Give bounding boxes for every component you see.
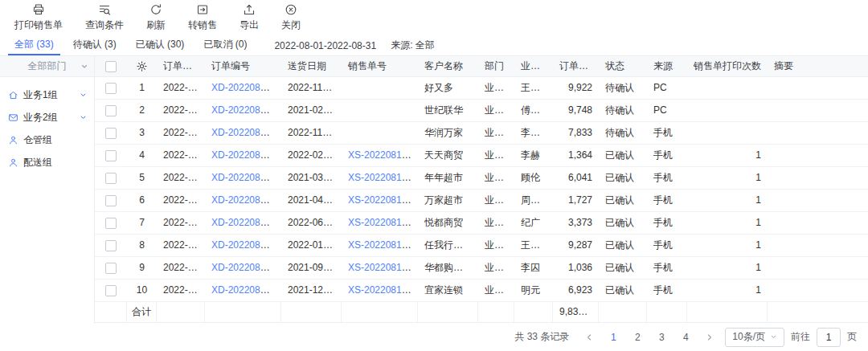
order-no-link[interactable]: XD-20220816-000017 bbox=[211, 104, 281, 116]
sales-no-link[interactable]: XS-20220816-000011 bbox=[348, 239, 418, 251]
col-print-count[interactable]: 销售单打印次数 bbox=[687, 56, 768, 76]
cell-delivery-date: 2022-11-01 bbox=[281, 122, 342, 144]
row-checkbox[interactable] bbox=[105, 195, 117, 206]
order-no-link[interactable]: XD-20220816-000013 bbox=[211, 194, 281, 206]
table-row[interactable]: 8 2022-08-09 XD-20220816-000011 2022-01-… bbox=[95, 235, 868, 257]
order-no-link[interactable]: XD-20220816-000018 bbox=[211, 82, 281, 93]
col-sales-no[interactable]: 销售单号 bbox=[342, 56, 418, 76]
content-area: 全部部门 业务1组 业务2组 仓管组 配送组 bbox=[0, 56, 868, 323]
cell-sales-no: XS-20220816-000011 bbox=[342, 235, 418, 256]
column-settings-gear-icon[interactable] bbox=[136, 60, 148, 72]
row-checkbox[interactable] bbox=[105, 150, 117, 161]
table-row[interactable]: 2 2022-08-15 XD-20220816-000017 2021-02-… bbox=[95, 100, 868, 122]
cell-delivery-date: 2021-03-12 bbox=[281, 167, 342, 189]
row-checkbox[interactable] bbox=[105, 128, 117, 139]
sales-no-link[interactable]: XS-20220816-000010 bbox=[348, 262, 418, 273]
sales-no-link[interactable]: XS-20220816-000009 bbox=[348, 284, 418, 296]
row-index: 8 bbox=[127, 235, 157, 256]
table-row[interactable]: 1 2022-08-16 XD-20220816-000018 2022-11-… bbox=[95, 77, 868, 100]
order-no-link[interactable]: XD-20220816-000016 bbox=[211, 127, 281, 138]
cell-salesman: 李赫 bbox=[514, 145, 553, 166]
goto-page-input[interactable] bbox=[817, 328, 841, 347]
col-customer[interactable]: 客户名称 bbox=[418, 56, 478, 76]
order-no-link[interactable]: XD-20220816-000012 bbox=[211, 217, 281, 228]
table-row[interactable]: 7 2022-08-10 XD-20220816-000012 2022-06-… bbox=[95, 212, 868, 235]
order-no-link[interactable]: XD-20220816-000009 bbox=[211, 284, 281, 296]
page-size-select[interactable]: 10条/页 bbox=[725, 328, 784, 347]
page-button-4[interactable]: 4 bbox=[677, 329, 694, 346]
cell-source: 手机 bbox=[647, 257, 687, 279]
tab-pending[interactable]: 待确认 (3) bbox=[67, 35, 123, 55]
refresh-button[interactable]: 刷新 bbox=[135, 3, 177, 32]
tab-confirmed[interactable]: 已确认 (30) bbox=[129, 35, 191, 55]
department-dropdown[interactable]: 全部部门 bbox=[0, 56, 94, 77]
order-no-link[interactable]: XD-20220816-000010 bbox=[211, 262, 281, 273]
close-button[interactable]: 关闭 bbox=[270, 3, 312, 32]
home-icon bbox=[8, 90, 18, 100]
tab-cancelled[interactable]: 已取消 (0) bbox=[197, 35, 253, 55]
chevron-down-icon bbox=[80, 114, 87, 121]
col-order-date[interactable]: 订单日期 bbox=[157, 56, 205, 76]
page-button-1[interactable]: 1 bbox=[604, 329, 622, 346]
convert-to-sales-button[interactable]: 转销售 bbox=[177, 3, 228, 32]
col-source[interactable]: 来源 bbox=[647, 56, 687, 76]
table-row[interactable]: 3 2022-08-14 XD-20220816-000016 2022-11-… bbox=[95, 122, 868, 145]
cell-customer-name: 年年超市 bbox=[418, 167, 478, 189]
row-checkbox[interactable] bbox=[105, 83, 117, 94]
export-button[interactable]: 导出 bbox=[228, 3, 270, 32]
cell-delivery-date: 2021-04-14 bbox=[281, 190, 342, 211]
sidebar-item-delivery-group[interactable]: 配送组 bbox=[0, 151, 94, 173]
table-row[interactable]: 9 2022-08-08 XD-20220816-000010 2021-09-… bbox=[95, 257, 868, 280]
cell-salesman: 纪广 bbox=[514, 212, 553, 234]
toolbar-label: 转销售 bbox=[188, 18, 217, 32]
sales-no-link[interactable]: XS-20220816-000012 bbox=[348, 217, 418, 228]
prev-page-button[interactable] bbox=[580, 329, 598, 346]
header-checkbox-cell bbox=[95, 56, 127, 76]
tab-all[interactable]: 全部 (33) bbox=[8, 35, 60, 55]
page-button-3[interactable]: 3 bbox=[653, 329, 670, 346]
cell-salesman: 王乐康 bbox=[514, 235, 553, 256]
select-all-checkbox[interactable] bbox=[105, 61, 117, 72]
table-header-row: 订单日期 订单编号 送货日期 销售单号 客户名称 部门 业务员 订单金额 状态 … bbox=[95, 56, 868, 77]
sidebar-item-warehouse-group[interactable]: 仓管组 bbox=[0, 129, 94, 151]
table-row[interactable]: 6 2022-08-11 XD-20220816-000013 2021-04-… bbox=[95, 190, 868, 212]
order-no-link[interactable]: XD-20220816-000014 bbox=[211, 172, 281, 183]
sidebar-item-business-group-2[interactable]: 业务2组 bbox=[0, 106, 94, 129]
order-no-link[interactable]: XD-20220816-000011 bbox=[211, 239, 281, 251]
cell-sales-no: XS-20220816-000010 bbox=[342, 257, 418, 279]
col-salesman[interactable]: 业务员 bbox=[514, 56, 553, 76]
order-no-link[interactable]: XD-20220816-000015 bbox=[211, 149, 281, 161]
chevron-down-icon bbox=[80, 63, 88, 71]
query-criteria-button[interactable]: 查询条件 bbox=[74, 3, 135, 32]
next-page-button[interactable] bbox=[701, 329, 719, 346]
row-checkbox[interactable] bbox=[105, 263, 117, 274]
row-checkbox[interactable] bbox=[105, 285, 117, 296]
sales-no-link[interactable]: XS-20220816-000014 bbox=[348, 172, 418, 183]
cell-customer-name: 华润万家 bbox=[418, 122, 478, 144]
chevron-down-icon bbox=[80, 92, 87, 99]
row-checkbox[interactable] bbox=[105, 105, 117, 116]
col-department[interactable]: 部门 bbox=[478, 56, 514, 76]
row-checkbox[interactable] bbox=[105, 240, 117, 251]
cell-order-no: XD-20220816-000018 bbox=[205, 77, 281, 99]
cell-sales-no bbox=[342, 77, 418, 99]
sales-no-link[interactable]: XS-20220816-000013 bbox=[348, 194, 418, 206]
table-row[interactable]: 4 2022-08-13 XD-20220816-000015 2022-02-… bbox=[95, 145, 868, 167]
sidebar-item-business-group-1[interactable]: 业务1组 bbox=[0, 84, 94, 106]
cell-source: 手机 bbox=[647, 145, 687, 166]
table-footer-row: 合计 9,834,345.00 bbox=[95, 302, 868, 323]
col-amount[interactable]: 订单金额 bbox=[553, 56, 599, 76]
page-button-2[interactable]: 2 bbox=[628, 329, 646, 346]
row-checkbox[interactable] bbox=[105, 173, 117, 184]
col-delivery-date[interactable]: 送货日期 bbox=[281, 56, 342, 76]
row-checkbox[interactable] bbox=[105, 218, 117, 229]
mail-icon bbox=[8, 112, 18, 123]
col-summary[interactable]: 摘要 bbox=[768, 56, 868, 76]
table-row[interactable]: 10 2022-04-11 XD-20220816-000009 2021-12… bbox=[95, 280, 868, 302]
sales-no-link[interactable]: XS-20220816-000015 bbox=[348, 149, 418, 161]
col-order-no[interactable]: 订单编号 bbox=[205, 56, 281, 76]
table-row[interactable]: 5 2022-08-12 XD-20220816-000014 2021-03-… bbox=[95, 167, 868, 190]
cell-order-no: XD-20220816-000017 bbox=[205, 100, 281, 121]
col-status[interactable]: 状态 bbox=[599, 56, 647, 76]
print-sales-order-button[interactable]: 打印销售单 bbox=[3, 3, 74, 32]
